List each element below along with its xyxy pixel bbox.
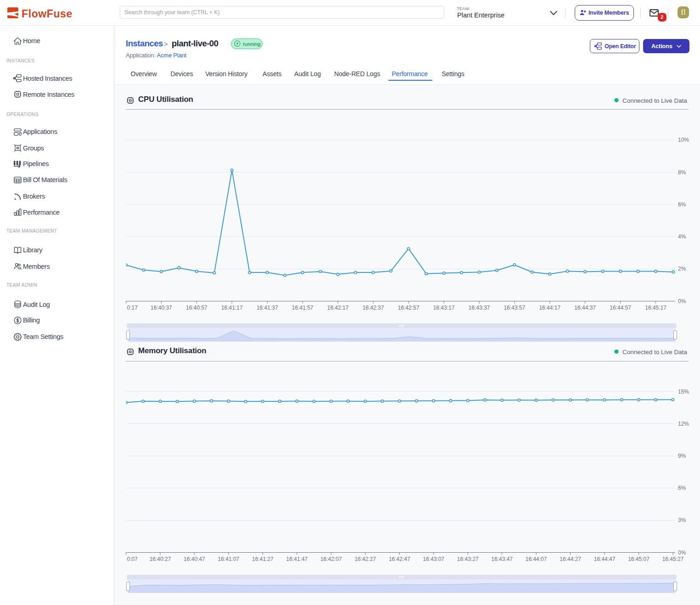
svg-text:16:43:07: 16:43:07 xyxy=(423,556,444,562)
svg-text:8%: 8% xyxy=(678,169,686,176)
svg-text:16:43:57: 16:43:57 xyxy=(504,305,525,311)
svg-text:9%: 9% xyxy=(678,453,686,459)
svg-text:6%: 6% xyxy=(678,485,686,491)
svg-text:0%: 0% xyxy=(678,298,686,305)
svg-text:16:45:07: 16:45:07 xyxy=(628,556,650,562)
svg-text:16:45:17: 16:45:17 xyxy=(645,305,666,311)
svg-text:16:41:57: 16:41:57 xyxy=(292,305,314,311)
svg-text:16:44:37: 16:44:37 xyxy=(574,305,596,311)
svg-text:16:40:37: 16:40:37 xyxy=(151,305,172,311)
svg-text:16:41:37: 16:41:37 xyxy=(257,305,278,311)
svg-text:10%: 10% xyxy=(678,137,689,143)
svg-text:16:43:17: 16:43:17 xyxy=(433,305,455,311)
svg-text:16:41:27: 16:41:27 xyxy=(252,556,274,562)
svg-text:16:42:47: 16:42:47 xyxy=(389,556,410,562)
svg-text:16:42:17: 16:42:17 xyxy=(327,305,349,311)
svg-text:16:44:07: 16:44:07 xyxy=(526,556,547,562)
svg-text:16:42:27: 16:42:27 xyxy=(354,556,376,562)
svg-text:16:40:57: 16:40:57 xyxy=(186,305,207,311)
svg-text:15%: 15% xyxy=(678,389,689,395)
svg-text:16:45:27: 16:45:27 xyxy=(662,556,684,562)
svg-text:0%: 0% xyxy=(678,549,686,556)
svg-text:16:42:37: 16:42:37 xyxy=(363,305,384,311)
svg-text:16:44:27: 16:44:27 xyxy=(560,556,581,562)
svg-text:16:42:57: 16:42:57 xyxy=(398,305,420,311)
svg-text:16:44:17: 16:44:17 xyxy=(539,305,560,311)
svg-text:4%: 4% xyxy=(678,233,686,240)
svg-text:16:43:27: 16:43:27 xyxy=(457,556,479,562)
svg-text:16:43:47: 16:43:47 xyxy=(491,556,513,562)
svg-text:16:44:47: 16:44:47 xyxy=(594,556,616,562)
svg-text:0:17: 0:17 xyxy=(127,305,138,311)
svg-text:16:40:47: 16:40:47 xyxy=(184,556,205,562)
svg-text:6%: 6% xyxy=(678,201,686,208)
svg-text:16:40:27: 16:40:27 xyxy=(150,556,171,562)
svg-text:0:07: 0:07 xyxy=(127,556,138,562)
svg-text:16:43:37: 16:43:37 xyxy=(469,305,490,311)
svg-text:3%: 3% xyxy=(678,517,686,523)
svg-text:2%: 2% xyxy=(678,266,686,272)
svg-text:12%: 12% xyxy=(678,421,689,427)
svg-text:16:41:07: 16:41:07 xyxy=(218,556,240,562)
svg-text:16:44:57: 16:44:57 xyxy=(610,305,631,311)
svg-text:16:42:07: 16:42:07 xyxy=(320,556,342,562)
svg-text:16:41:17: 16:41:17 xyxy=(221,305,243,311)
svg-text:16:41:47: 16:41:47 xyxy=(286,556,308,562)
